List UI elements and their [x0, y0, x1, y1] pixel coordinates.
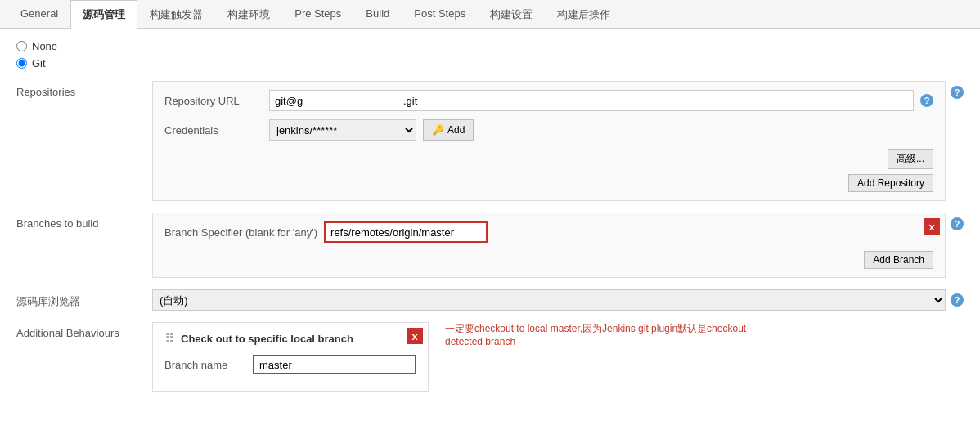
branch-name-input[interactable]	[253, 355, 416, 374]
repo-url-input[interactable]	[269, 90, 914, 111]
add-repo-btn-row: Add Repository	[164, 174, 933, 192]
branch-specifier-row: Branch Specifier (blank for 'any')	[164, 222, 933, 243]
add-repository-button[interactable]: Add Repository	[848, 174, 933, 192]
tab-general[interactable]: General	[8, 0, 70, 29]
browser-help-icon[interactable]: ?	[951, 293, 964, 307]
additional-behaviours-label: Additional Behaviours	[16, 322, 139, 339]
tab-source[interactable]: 源码管理	[70, 0, 137, 29]
additional-behaviours-section: Additional Behaviours x ⠿ Check out to s…	[16, 322, 964, 392]
none-radio[interactable]	[16, 41, 27, 51]
tab-presteps[interactable]: Pre Steps	[282, 0, 353, 29]
browser-section: 源码库浏览器 (自动) ?	[16, 289, 964, 311]
none-radio-row: None	[16, 40, 964, 52]
behaviour-box: x ⠿ Check out to specific local branch B…	[152, 322, 429, 392]
git-radio[interactable]	[16, 58, 27, 69]
tab-settings[interactable]: 构建设置	[478, 0, 545, 29]
branches-help-icon[interactable]: ?	[951, 217, 964, 230]
branches-section: Branches to build x Branch Specifier (bl…	[16, 213, 964, 278]
add-branch-button[interactable]: Add Branch	[864, 251, 933, 269]
tabs-bar: General 源码管理 构建触发器 构建环境 Pre Steps Build …	[0, 0, 980, 29]
add-branch-btn-row: Add Branch	[164, 251, 933, 269]
branch-name-label: Branch name	[164, 359, 246, 371]
browser-label: 源码库浏览器	[16, 289, 139, 309]
add-button-label: Add	[447, 124, 465, 136]
branch-specifier-label: Branch Specifier (blank for 'any')	[164, 226, 317, 239]
behaviour-delete-button[interactable]: x	[407, 328, 423, 344]
repo-url-label: Repository URL	[164, 95, 263, 107]
credentials-select[interactable]: jenkins/******	[269, 119, 416, 141]
repositories-content: Repository URL ? Credentials jenkins/***…	[152, 81, 946, 201]
tab-triggers[interactable]: 构建触发器	[137, 0, 215, 29]
branches-label: Branches to build	[16, 213, 139, 230]
credentials-add-button[interactable]: 🔑 Add	[423, 119, 474, 141]
tab-postactions[interactable]: 构建后操作	[545, 0, 623, 29]
branch-name-row: Branch name	[164, 355, 416, 374]
repositories-help-icon[interactable]: ?	[951, 86, 964, 99]
branches-content: x Branch Specifier (blank for 'any') Add…	[152, 213, 946, 278]
advanced-button[interactable]: 高级...	[888, 149, 933, 169]
repositories-section: Repositories Repository URL ? Credential…	[16, 81, 964, 201]
tab-build[interactable]: Build	[353, 0, 402, 29]
repositories-label: Repositories	[16, 81, 139, 98]
repo-buttons-row: 高级...	[164, 149, 933, 169]
repo-url-row: Repository URL ?	[164, 90, 933, 111]
main-content: None Git Repositories Repository URL ?	[0, 29, 980, 443]
behaviour-title-text: Check out to specific local branch	[181, 333, 353, 345]
credentials-row: Credentials jenkins/****** 🔑 Add	[164, 119, 933, 141]
scm-radio-group: None Git	[16, 40, 964, 69]
behaviour-note: 一定要checkout to local master,因为Jenkins gi…	[445, 322, 772, 347]
browser-select[interactable]: (自动)	[152, 289, 946, 311]
tab-env[interactable]: 构建环境	[215, 0, 282, 29]
git-radio-row: Git	[16, 57, 964, 69]
key-icon: 🔑	[432, 124, 444, 136]
branch-specifier-input[interactable]	[324, 222, 488, 243]
branch-delete-button[interactable]: x	[924, 218, 940, 235]
git-radio-label: Git	[32, 57, 46, 69]
none-radio-label: None	[32, 40, 57, 52]
tab-poststeps[interactable]: Post Steps	[402, 0, 478, 29]
credentials-label: Credentials	[164, 124, 263, 136]
behaviour-title: ⠿ Check out to specific local branch	[164, 331, 416, 347]
drag-handle-icon[interactable]: ⠿	[164, 331, 174, 347]
repo-url-help-icon[interactable]: ?	[920, 94, 933, 107]
